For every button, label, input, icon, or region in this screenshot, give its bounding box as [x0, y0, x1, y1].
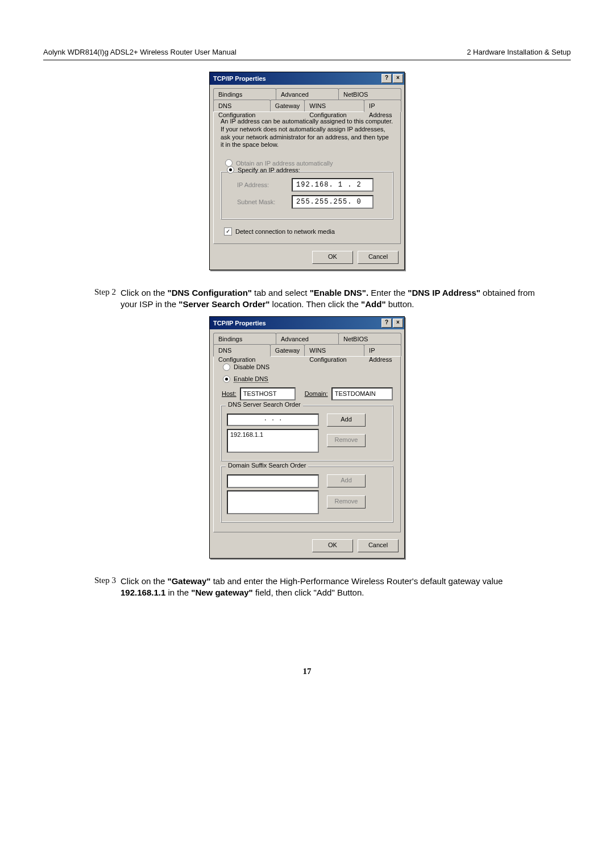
tab-netbios[interactable]: NetBIOS	[338, 88, 401, 100]
domain-label: Domain:	[305, 390, 328, 397]
tab-ip-address[interactable]: IP Address	[364, 344, 401, 356]
radio-specify-ip-label: Specify an IP address:	[238, 167, 300, 173]
help-button[interactable]: ?	[381, 319, 392, 328]
tab-netbios[interactable]: NetBIOS	[338, 333, 401, 345]
dns-server-list[interactable]: 192.168.1.1	[227, 429, 319, 453]
radio-specify-ip[interactable]: Specify an IP address:	[227, 166, 387, 173]
radio-obtain-auto-label: Obtain an IP address automatically	[236, 160, 333, 167]
dns-add-button[interactable]: Add	[327, 414, 366, 427]
header-right: 2 Hardware Installation & Setup	[467, 48, 571, 56]
tab-gateway[interactable]: Gateway	[270, 100, 305, 111]
subnet-mask-label: Subnet Mask:	[237, 199, 292, 205]
step3-text: Click on the "Gateway" tab and enter the…	[121, 576, 549, 599]
radio-icon	[225, 159, 233, 167]
detect-connection-checkbox[interactable]: ✓ Detect connection to network media	[224, 228, 393, 235]
help-button[interactable]: ?	[381, 74, 392, 83]
close-button[interactable]: ×	[393, 319, 403, 328]
suffix-add-button[interactable]: Add	[327, 474, 366, 487]
tab-wins-configuration[interactable]: WINS Configuration	[304, 100, 364, 111]
host-label: Host:	[222, 390, 237, 397]
ip-description: An IP address can be automatically assig…	[221, 118, 393, 149]
subnet-mask-input[interactable]: 255.255.255. 0	[292, 195, 374, 209]
dialog-title: TCP/IP Properties	[213, 320, 266, 326]
radio-disable-dns-label: Disable DNS	[234, 363, 269, 370]
tab-bindings[interactable]: Bindings	[213, 88, 276, 100]
radio-disable-dns[interactable]: Disable DNS	[223, 363, 397, 371]
step3-tag: Step 3	[94, 576, 121, 599]
radio-icon	[227, 166, 234, 173]
step2-tag: Step 2	[94, 287, 121, 311]
radio-icon	[223, 363, 230, 371]
step2-text: Click on the "DNS Configuration" tab and…	[121, 287, 549, 311]
radio-enable-dns[interactable]: Enable DNS	[223, 375, 397, 383]
suffix-input[interactable]	[227, 474, 319, 488]
dialog-title: TCP/IP Properties	[213, 75, 266, 82]
tab-gateway[interactable]: Gateway	[270, 344, 305, 356]
suffix-remove-button[interactable]: Remove	[327, 495, 366, 509]
tcpip-dialog-dns: TCP/IP Properties ? × Bindings Advanced …	[209, 316, 405, 559]
suffix-list[interactable]	[227, 490, 319, 514]
ip-address-input[interactable]: 192.168. 1 . 2	[292, 178, 374, 192]
ok-button[interactable]: OK	[312, 251, 353, 264]
detect-connection-label: Detect connection to network media	[235, 228, 335, 235]
tab-wins-configuration[interactable]: WINS Configuration	[304, 344, 364, 356]
checkbox-icon: ✓	[224, 228, 232, 235]
ip-address-label: IP Address:	[237, 181, 292, 188]
cancel-button[interactable]: Cancel	[358, 251, 399, 264]
close-button[interactable]: ×	[393, 74, 403, 83]
dns-search-order-label: DNS Server Search Order	[226, 401, 303, 408]
radio-enable-dns-label: Enable DNS	[234, 375, 268, 383]
page-number: 17	[43, 667, 571, 676]
ok-button[interactable]: OK	[312, 539, 353, 552]
tab-advanced[interactable]: Advanced	[276, 333, 339, 345]
radio-icon	[223, 375, 230, 383]
tab-dns-configuration[interactable]: DNS Configuration	[213, 100, 271, 111]
titlebar: TCP/IP Properties ? ×	[210, 317, 404, 329]
header-left: Aolynk WDR814(I)g ADSL2+ Wireless Router…	[43, 48, 237, 56]
cancel-button[interactable]: Cancel	[358, 539, 399, 552]
tab-advanced[interactable]: Advanced	[276, 88, 339, 100]
tab-dns-configuration[interactable]: DNS Configuration	[213, 344, 271, 357]
domain-input[interactable]: TESTDOMAIN	[331, 387, 393, 400]
tab-ip-address[interactable]: IP Address	[364, 100, 401, 112]
tcpip-dialog-ip: TCP/IP Properties ? × Bindings Advanced …	[209, 72, 405, 270]
dns-remove-button[interactable]: Remove	[327, 434, 366, 447]
domain-suffix-order-label: Domain Suffix Search Order	[226, 462, 308, 469]
tab-bindings[interactable]: Bindings	[213, 333, 276, 345]
titlebar: TCP/IP Properties ? ×	[210, 72, 404, 85]
dns-ip-entry[interactable]: · · ·	[227, 414, 319, 426]
host-input[interactable]: TESTHOST	[240, 387, 296, 400]
